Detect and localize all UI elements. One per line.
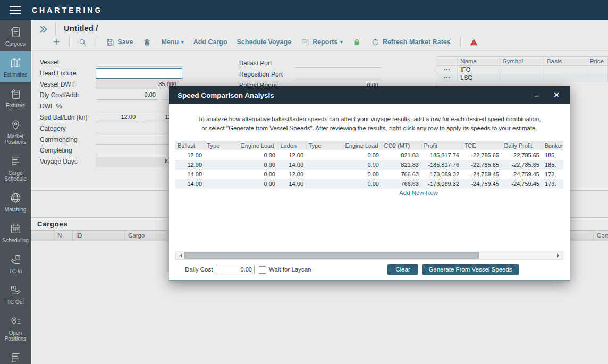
speed-col-laden[interactable]: Laden <box>278 141 306 150</box>
modal-header[interactable]: Speed Comparison Analysis – × <box>169 86 570 104</box>
speed-cell[interactable]: -173,069.32 <box>421 170 462 179</box>
field-dly-cost-addr[interactable]: 0.00 <box>96 90 158 100</box>
speed-col-co2-mt-[interactable]: CO2 (MT) <box>382 141 421 150</box>
speed-cell[interactable]: 0.00 <box>239 179 278 189</box>
speed-cell[interactable]: 12.00 <box>278 150 306 160</box>
speed-col-bunker[interactable]: Bunker <box>542 141 563 150</box>
speed-cell[interactable]: -173,069.32 <box>421 179 462 189</box>
reports-button[interactable]: Reports▾ <box>301 38 343 47</box>
minimize-icon[interactable]: – <box>528 91 544 100</box>
speed-cell[interactable] <box>306 179 343 189</box>
speed-cell[interactable]: 821.83 <box>382 160 421 170</box>
speed-cell[interactable]: 185, <box>542 150 563 160</box>
speed-cell[interactable]: -22,785.65 <box>462 150 502 160</box>
speed-cell[interactable]: 14.00 <box>175 170 205 179</box>
speed-cell[interactable]: 0.00 <box>343 150 382 160</box>
speed-col-ballast[interactable]: Ballast <box>175 141 205 150</box>
sidebar-item-tc-out[interactable]: TC Out <box>0 278 31 309</box>
field-reposition-port[interactable] <box>295 70 381 79</box>
speed-cell[interactable]: 12.00 <box>278 170 306 179</box>
field-spd-bal-ldn-kn-[interactable]: 12.00 <box>96 113 138 122</box>
speed-table-row[interactable]: 12.000.0014.000.00821.83-185,817.76-22,7… <box>175 160 563 170</box>
speed-cell[interactable] <box>205 179 239 189</box>
speed-col-profit[interactable]: Profit <box>421 141 462 150</box>
speed-cell[interactable]: 12.00 <box>175 160 205 170</box>
delete-button[interactable] <box>142 38 151 47</box>
scrollbar-thumb[interactable] <box>184 252 479 259</box>
sidebar-item-fixtures[interactable]: Fixtures <box>0 82 31 113</box>
sidebar-item-market-positions[interactable]: Market Positions <box>0 113 31 149</box>
hamburger-menu-icon[interactable] <box>10 4 21 16</box>
search-icon[interactable] <box>78 38 87 47</box>
speed-cell[interactable]: -24,759.45 <box>502 179 542 189</box>
market-rate-row-lsg[interactable]: •••LSG <box>437 74 608 82</box>
field-vessel[interactable] <box>96 57 182 67</box>
speed-cell[interactable] <box>205 170 239 179</box>
field-ballast-port[interactable] <box>295 58 381 68</box>
speed-table-row[interactable]: 14.000.0014.000.00766.63-173,069.32-24,7… <box>175 179 563 189</box>
speed-cell[interactable] <box>205 150 239 160</box>
speed-cell[interactable]: 173, <box>542 170 563 179</box>
speed-cell[interactable]: 766.63 <box>382 170 421 179</box>
speed-cell[interactable]: 821.83 <box>382 150 421 160</box>
speed-cell[interactable]: -24,759.45 <box>462 170 502 179</box>
schedule-voyage-button[interactable]: Schedule Voyage <box>237 38 292 46</box>
add-cargo-button[interactable]: Add Cargo <box>193 38 227 46</box>
sidebar-item-matching[interactable]: Matching <box>0 186 31 217</box>
speed-cell[interactable]: 0.00 <box>343 179 382 189</box>
speed-cell[interactable]: -22,785.65 <box>462 160 502 170</box>
expand-panel-icon[interactable] <box>37 23 49 37</box>
speed-cell[interactable]: -22,785.65 <box>502 150 542 160</box>
sidebar-item-open-positions[interactable]: Open Positions <box>0 309 31 346</box>
speed-cell[interactable]: 185, <box>542 160 563 170</box>
field-dwf-[interactable] <box>96 101 179 111</box>
speed-cell[interactable] <box>306 170 343 179</box>
speed-cell[interactable]: 766.63 <box>382 179 421 189</box>
speed-cell[interactable]: -185,817.76 <box>421 150 462 160</box>
scroll-left-arrow-icon[interactable] <box>176 251 184 259</box>
horizontal-scrollbar[interactable] <box>175 251 563 260</box>
sidebar-item-cargoes[interactable]: Cargoes <box>0 20 31 51</box>
scrollbar-track[interactable] <box>184 251 555 259</box>
speed-cell[interactable]: 0.00 <box>239 160 278 170</box>
menu-button[interactable]: Menu▾ <box>161 38 183 46</box>
speed-cell[interactable]: 0.00 <box>239 150 278 160</box>
close-icon[interactable]: × <box>548 90 564 100</box>
sidebar-item-estimates[interactable]: Estimates <box>0 51 31 82</box>
clear-button[interactable]: Clear <box>387 264 418 275</box>
sidebar-item-scheduling[interactable]: Scheduling <box>0 217 31 248</box>
speed-cell[interactable]: -24,759.45 <box>462 179 502 189</box>
speed-cell[interactable]: 0.00 <box>343 170 382 179</box>
lock-icon[interactable] <box>352 38 361 47</box>
sidebar-item-tc-in[interactable]: TC In <box>0 248 31 278</box>
speed-cell[interactable]: -22,785.65 <box>502 160 542 170</box>
speed-cell[interactable]: 173, <box>542 179 563 189</box>
row-handle-icon[interactable]: ••• <box>437 66 458 74</box>
validation-warning-icon[interactable] <box>469 38 478 47</box>
speed-cell[interactable] <box>205 160 239 170</box>
speed-table-row[interactable]: 12.000.0012.000.00821.83-185,817.76-22,7… <box>175 150 563 160</box>
sidebar-item-clipped[interactable] <box>0 346 31 364</box>
refresh-market-rates-button[interactable]: Refresh Market Rates <box>371 38 451 47</box>
speed-col-type[interactable]: Type <box>306 141 343 150</box>
speed-cell[interactable] <box>306 150 343 160</box>
generate-from-vessel-speeds-button[interactable]: Generate From Vessel Speeds <box>422 264 519 275</box>
market-rate-row-ifo[interactable]: •••IFO <box>437 66 608 74</box>
daily-cost-input[interactable] <box>216 265 255 274</box>
speed-cell[interactable]: 14.00 <box>278 179 306 189</box>
speed-cell[interactable]: 14.00 <box>175 179 205 189</box>
speed-col-daily-profit[interactable]: Daily Profit <box>502 141 542 150</box>
wait-for-laycan-checkbox[interactable] <box>259 266 266 274</box>
speed-cell[interactable]: 12.00 <box>175 150 205 160</box>
speed-col-type[interactable]: Type <box>205 141 239 150</box>
speed-col-tce[interactable]: TCE <box>462 141 502 150</box>
speed-col-engine-load[interactable]: Engine Load <box>239 141 278 150</box>
field-head-fixture[interactable] <box>96 68 182 79</box>
add-new-row-link[interactable]: Add New Row <box>175 190 563 196</box>
save-button[interactable]: Save <box>106 38 133 47</box>
speed-cell[interactable]: 0.00 <box>343 160 382 170</box>
row-handle-icon[interactable]: ••• <box>437 74 458 82</box>
speed-cell[interactable]: -185,817.76 <box>421 160 462 170</box>
speed-cell[interactable]: -24,759.45 <box>502 170 542 179</box>
speed-cell[interactable]: 0.00 <box>239 170 278 179</box>
